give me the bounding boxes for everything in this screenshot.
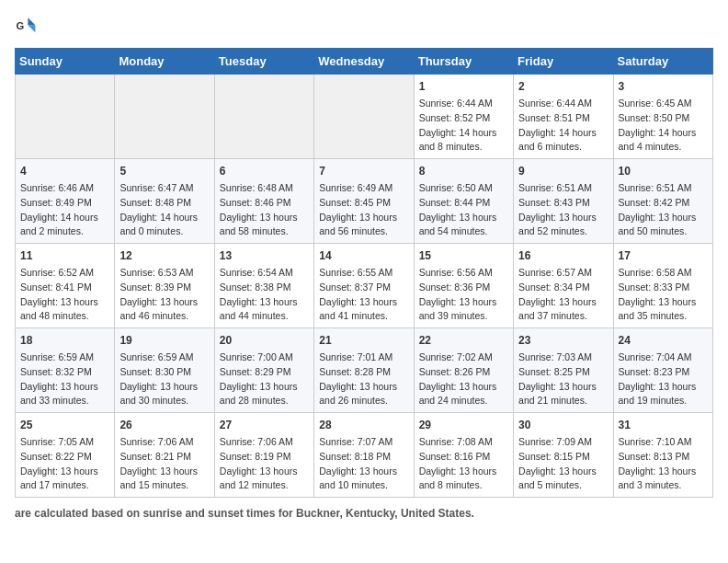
calendar-week-row: 18Sunrise: 6:59 AMSunset: 8:32 PMDayligh… [16,328,713,413]
day-info: Sunset: 8:13 PM [619,450,708,465]
day-info: Sunset: 8:36 PM [419,281,508,295]
day-info: Sunset: 8:46 PM [220,196,309,211]
day-info: Sunset: 8:38 PM [220,281,309,295]
day-info: Sunset: 8:15 PM [518,450,608,465]
day-info: Sunrise: 6:47 AM [119,181,209,196]
day-info: Daylight: 13 hours and 12 minutes. [220,465,309,494]
day-info: Daylight: 13 hours and 10 minutes. [319,465,408,494]
column-header-sunday: Sunday [16,49,115,75]
day-info: Sunset: 8:49 PM [20,196,109,211]
day-number: 8 [419,163,508,179]
calendar-cell: 27Sunrise: 7:06 AMSunset: 8:19 PMDayligh… [214,413,313,498]
day-info: Sunset: 8:50 PM [619,111,708,126]
day-number: 19 [119,332,209,349]
day-info: Daylight: 13 hours and 3 minutes. [619,465,708,494]
day-info: Sunrise: 6:46 AM [20,181,109,196]
day-info: Daylight: 13 hours and 44 minutes. [220,295,309,325]
day-info: Sunrise: 6:59 AM [119,350,209,365]
footer-description: are calculated based on sunrise and suns… [15,507,474,520]
day-number: 5 [119,163,209,179]
svg-marker-1 [28,17,35,25]
day-number: 24 [619,332,708,349]
day-info: Sunset: 8:26 PM [419,365,508,380]
day-info: Sunrise: 7:08 AM [419,435,508,450]
calendar-cell [115,75,214,159]
calendar-cell: 23Sunrise: 7:03 AMSunset: 8:25 PMDayligh… [514,328,613,413]
column-header-wednesday: Wednesday [314,49,414,75]
column-header-tuesday: Tuesday [214,49,313,75]
day-info: Daylight: 13 hours and 41 minutes. [319,295,408,325]
day-number: 29 [419,417,508,433]
day-info: Daylight: 13 hours and 35 minutes. [619,295,708,325]
day-number: 15 [419,247,508,264]
calendar-cell: 24Sunrise: 7:04 AMSunset: 8:23 PMDayligh… [613,328,712,413]
calendar-cell: 22Sunrise: 7:02 AMSunset: 8:26 PMDayligh… [414,328,513,413]
calendar-cell: 28Sunrise: 7:07 AMSunset: 8:18 PMDayligh… [314,413,414,498]
day-number: 25 [20,417,109,433]
calendar-cell: 30Sunrise: 7:09 AMSunset: 8:15 PMDayligh… [514,413,613,498]
calendar-cell [214,75,313,159]
calendar-cell: 7Sunrise: 6:49 AMSunset: 8:45 PMDaylight… [314,159,414,244]
calendar-week-row: 1Sunrise: 6:44 AMSunset: 8:52 PMDaylight… [16,75,713,159]
day-info: Sunset: 8:32 PM [20,365,109,380]
day-info: Sunrise: 7:07 AM [319,435,408,450]
day-number: 31 [619,417,708,433]
day-info: Sunrise: 6:58 AM [619,266,708,281]
day-number: 17 [619,247,708,264]
column-header-friday: Friday [514,49,613,75]
day-info: Daylight: 13 hours and 52 minutes. [518,211,608,240]
logo-icon: G [15,15,37,37]
day-info: Daylight: 14 hours and 4 minutes. [619,126,708,155]
column-header-thursday: Thursday [414,49,513,75]
calendar-cell: 14Sunrise: 6:55 AMSunset: 8:37 PMDayligh… [314,244,414,328]
day-number: 2 [518,78,608,95]
column-header-saturday: Saturday [613,49,712,75]
day-info: Daylight: 13 hours and 28 minutes. [220,380,309,409]
calendar-table: SundayMondayTuesdayWednesdayThursdayFrid… [15,48,713,498]
calendar-cell: 19Sunrise: 6:59 AMSunset: 8:30 PMDayligh… [115,328,214,413]
day-info: Sunrise: 7:06 AM [119,435,209,450]
day-number: 11 [20,247,109,264]
day-number: 1 [419,78,508,95]
calendar-cell: 21Sunrise: 7:01 AMSunset: 8:28 PMDayligh… [314,328,414,413]
calendar-cell: 11Sunrise: 6:52 AMSunset: 8:41 PMDayligh… [16,244,115,328]
calendar-cell: 8Sunrise: 6:50 AMSunset: 8:44 PMDaylight… [414,159,513,244]
day-info: Sunset: 8:29 PM [220,365,309,380]
day-info: Sunrise: 6:59 AM [20,350,109,365]
day-info: Sunset: 8:18 PM [319,450,408,465]
calendar-cell: 16Sunrise: 6:57 AMSunset: 8:34 PMDayligh… [514,244,613,328]
day-info: Daylight: 13 hours and 56 minutes. [319,211,408,240]
day-info: Sunrise: 6:51 AM [619,181,708,196]
day-info: Sunrise: 7:05 AM [20,435,109,450]
day-info: Daylight: 14 hours and 8 minutes. [419,126,508,155]
day-info: Sunrise: 6:49 AM [319,181,408,196]
day-number: 21 [319,332,408,349]
column-header-monday: Monday [115,49,214,75]
day-info: Daylight: 13 hours and 50 minutes. [619,211,708,240]
day-info: Sunset: 8:34 PM [518,281,608,295]
calendar-week-row: 25Sunrise: 7:05 AMSunset: 8:22 PMDayligh… [16,413,713,498]
calendar-cell: 15Sunrise: 6:56 AMSunset: 8:36 PMDayligh… [414,244,513,328]
calendar-cell: 18Sunrise: 6:59 AMSunset: 8:32 PMDayligh… [16,328,115,413]
day-info: Daylight: 13 hours and 33 minutes. [20,380,109,409]
day-number: 28 [319,417,408,433]
day-info: Daylight: 13 hours and 37 minutes. [518,295,608,325]
day-info: Daylight: 13 hours and 24 minutes. [419,380,508,409]
day-number: 27 [220,417,309,433]
day-number: 4 [20,163,109,179]
day-number: 30 [518,417,608,433]
day-info: Sunrise: 7:01 AM [319,350,408,365]
calendar-cell: 17Sunrise: 6:58 AMSunset: 8:33 PMDayligh… [613,244,712,328]
day-number: 3 [619,78,708,95]
day-info: Sunrise: 6:57 AM [518,266,608,281]
calendar-cell: 9Sunrise: 6:51 AMSunset: 8:43 PMDaylight… [514,159,613,244]
day-info: Daylight: 14 hours and 6 minutes. [518,126,608,155]
day-info: Sunset: 8:21 PM [119,450,209,465]
calendar-cell [16,75,115,159]
calendar-cell: 2Sunrise: 6:44 AMSunset: 8:51 PMDaylight… [514,75,613,159]
day-info: Daylight: 13 hours and 8 minutes. [419,465,508,494]
calendar-cell: 6Sunrise: 6:48 AMSunset: 8:46 PMDaylight… [214,159,313,244]
day-info: Sunrise: 6:44 AM [419,97,508,111]
day-number: 22 [419,332,508,349]
day-number: 20 [220,332,309,349]
